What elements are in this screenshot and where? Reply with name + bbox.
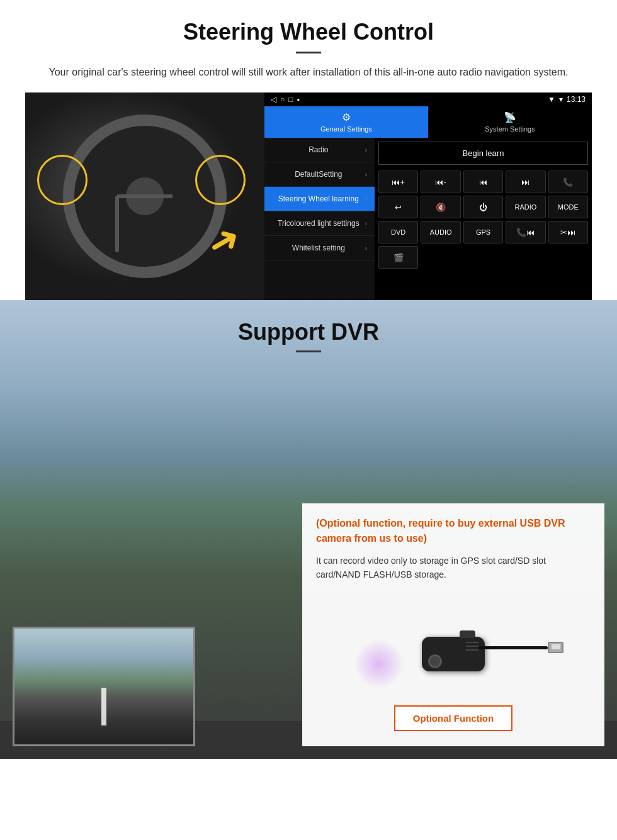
- menu-item-steering-wheel[interactable]: Steering Wheel learning ›: [264, 187, 375, 211]
- menu-steering-label: Steering Wheel learning: [272, 194, 365, 203]
- nav-record-icon: ▪: [297, 95, 300, 104]
- road-center-line: [101, 688, 106, 725]
- nav-home-icon: ○: [280, 95, 285, 104]
- dvr-title: Support DVR: [0, 319, 617, 345]
- android-content: Radio › DefaultSetting › Steering Wheel …: [264, 138, 592, 300]
- wifi-icon: ▾: [559, 95, 563, 104]
- ctrl-radio[interactable]: RADIO: [506, 196, 545, 218]
- dvr-camera-image: [316, 595, 591, 695]
- highlight-circle-right: [195, 155, 246, 205]
- ctrl-mode[interactable]: MODE: [548, 196, 588, 218]
- ctrl-next[interactable]: ⏭: [506, 171, 545, 193]
- tab-general-label: General Settings: [320, 125, 372, 133]
- steering-wheel-image: ➜: [25, 92, 264, 300]
- camera-vents: [466, 642, 478, 651]
- steering-subtitle: Your original car's steering wheel contr…: [25, 65, 592, 80]
- ctrl-dvd-icon[interactable]: 🎬: [378, 246, 418, 269]
- camera-glow-light: [354, 639, 404, 689]
- dvr-title-divider: [296, 350, 321, 352]
- dvr-right-panel: (Optional function, require to buy exter…: [290, 497, 617, 759]
- tab-system-settings[interactable]: 📡 System Settings: [428, 106, 592, 138]
- statusbar-time: 13:13: [567, 95, 586, 104]
- dvr-left-panel: [0, 497, 290, 759]
- steering-demo-area: ➜ ◁ ○ □ ▪ ▼ ▾ 13:13 ⚙ General Settings: [25, 92, 592, 300]
- control-grid: ⏮+ ⏮- ⏮ ⏭ 📞 ↩ 🔇 ⏻ RADIO MODE DVD AUDIO G…: [378, 171, 588, 269]
- gear-tab-icon: ⚙: [342, 111, 351, 123]
- tab-general-settings[interactable]: ⚙ General Settings: [264, 106, 428, 138]
- title-divider: [296, 52, 321, 53]
- ctrl-vol-down[interactable]: ⏮-: [421, 171, 460, 193]
- screenshot-road: [14, 629, 193, 744]
- menu-whitelist-label: Whitelist setting: [272, 244, 365, 252]
- tab-system-label: System Settings: [485, 125, 535, 133]
- menu-item-whitelist[interactable]: Whitelist setting ›: [264, 236, 375, 260]
- menu-radio-label: Radio: [272, 145, 365, 154]
- dvr-description: It can record video only to storage in G…: [316, 554, 591, 582]
- system-tab-icon: 📡: [504, 111, 516, 123]
- dvr-info-box: (Optional function, require to buy exter…: [302, 503, 604, 746]
- optional-function-button[interactable]: Optional Function: [394, 705, 512, 731]
- ctrl-prev[interactable]: ⏮: [463, 171, 503, 193]
- steering-title: Steering Wheel Control: [25, 19, 592, 45]
- android-right-panel: Begin learn ⏮+ ⏮- ⏮ ⏭ 📞 ↩ 🔇 ⏻ RADIO MODE…: [375, 138, 592, 300]
- ctrl-gps[interactable]: GPS: [463, 221, 503, 244]
- signal-icon: ▼: [548, 95, 555, 104]
- nav-back-icon: ◁: [271, 95, 276, 104]
- android-statusbar: ◁ ○ □ ▪ ▼ ▾ 13:13: [264, 92, 592, 106]
- chevron-icon-whitelist: ›: [365, 245, 367, 252]
- ctrl-back[interactable]: ↩: [378, 196, 418, 218]
- nav-square-icon: □: [288, 95, 293, 104]
- menu-item-radio[interactable]: Radio ›: [264, 138, 375, 162]
- usb-prong: [552, 644, 560, 649]
- chevron-icon-steering: ›: [365, 196, 367, 203]
- camera-assembly: [422, 637, 485, 671]
- chevron-icon-tricolour: ›: [365, 220, 367, 227]
- chevron-icon-radio: ›: [365, 147, 367, 154]
- steering-section: Steering Wheel Control Your original car…: [0, 0, 617, 300]
- chevron-icon-default: ›: [365, 171, 367, 178]
- dvr-lower-area: (Optional function, require to buy exter…: [0, 497, 617, 759]
- menu-item-tricolour[interactable]: Tricoloured light settings ›: [264, 211, 375, 236]
- android-menu: Radio › DefaultSetting › Steering Wheel …: [264, 138, 375, 300]
- menu-item-defaultsetting[interactable]: DefaultSetting ›: [264, 162, 375, 187]
- ctrl-dvd[interactable]: DVD: [378, 221, 418, 244]
- highlight-circle-left: [37, 155, 88, 205]
- wheel-spoke-h: [117, 194, 173, 198]
- wheel-graphic: ➜: [25, 92, 264, 300]
- android-ui-panel: ◁ ○ □ ▪ ▼ ▾ 13:13 ⚙ General Settings 📡 S…: [264, 92, 592, 300]
- menu-defaultsetting-label: DefaultSetting: [272, 170, 365, 179]
- dvr-screenshot-thumbnail: [13, 627, 195, 746]
- ctrl-phone-prev[interactable]: 📞⏮: [506, 221, 545, 244]
- android-tabs: ⚙ General Settings 📡 System Settings: [264, 106, 592, 138]
- camera-body: [422, 637, 485, 671]
- dvr-optional-notice: (Optional function, require to buy exter…: [316, 516, 591, 546]
- ctrl-audio[interactable]: AUDIO: [421, 221, 460, 244]
- begin-learn-button[interactable]: Begin learn: [378, 142, 588, 165]
- menu-tricolour-label: Tricoloured light settings: [272, 219, 365, 228]
- camera-top-bump: [460, 630, 475, 638]
- ctrl-cut-next[interactable]: ✂⏭: [548, 221, 588, 244]
- ctrl-phone[interactable]: 📞: [548, 171, 588, 193]
- dvr-section: Support DVR (Optional function, require …: [0, 300, 617, 759]
- dvr-title-area: Support DVR: [0, 300, 617, 359]
- camera-cable: [478, 646, 548, 649]
- camera-lens: [428, 654, 442, 668]
- ctrl-power[interactable]: ⏻: [463, 196, 503, 218]
- ctrl-mute[interactable]: 🔇: [421, 196, 460, 218]
- wheel-spoke-v: [115, 196, 119, 252]
- ctrl-vol-up[interactable]: ⏮+: [378, 171, 418, 193]
